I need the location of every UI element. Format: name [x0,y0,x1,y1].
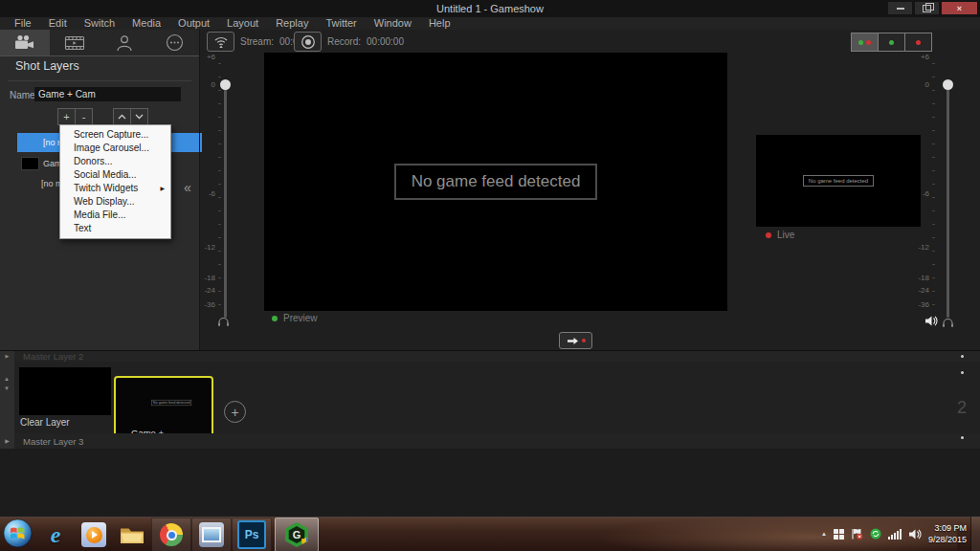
person-icon [115,34,134,52]
move-layer-up-button[interactable] [113,108,131,125]
master-layer-2-header[interactable]: ▶ Master Layer 2 [0,351,980,362]
menu-item-media-file[interactable]: Media File... [60,209,170,222]
menu-layout[interactable]: Layout [218,17,267,30]
gameshow-icon: G [284,522,309,547]
transition-button[interactable] [559,332,592,349]
taskbar-photo-viewer[interactable] [191,518,232,551]
transition-red-dot-icon [582,339,586,342]
preview-mode-button[interactable] [878,33,905,52]
windows-start-orb-icon [3,518,33,548]
scroll-down-icon[interactable]: ▼ [4,386,10,391]
meter-scale-label: -36 [198,300,215,309]
submenu-arrow-icon: ▶ [160,182,165,195]
meter-scale-label: -24 [198,286,215,295]
live-pane: No game feed detected [756,135,921,227]
taskbar-chrome[interactable] [151,518,191,551]
menu-twitter[interactable]: Twitter [317,17,365,30]
headphone-icon[interactable] [217,316,230,327]
meter-scale-label: -24 [912,286,929,295]
indicator-dot [961,436,964,439]
preview-volume-track[interactable] [224,84,227,318]
network-signal-icon[interactable] [888,529,902,540]
minimize-icon [897,8,904,10]
speaker-icon[interactable] [924,315,938,327]
tab-media[interactable] [50,30,100,55]
expand-arrow-icon[interactable]: ▶ [0,433,14,449]
minimize-button[interactable] [888,2,912,14]
layer-buttons: + - [57,108,148,125]
show-desktop-button[interactable] [970,517,980,551]
menu-file[interactable]: File [6,17,40,30]
move-layer-down-button[interactable] [130,108,148,125]
remove-layer-label: - [82,111,86,122]
meter-scale-label: -6 [912,189,929,198]
record-time: 00:00:00 [367,36,404,47]
menu-item-text[interactable]: Text [60,222,170,235]
menu-item-label: Image Carousel... [74,143,149,153]
tray-update-icon[interactable] [870,528,881,540]
remove-layer-button[interactable]: - [75,108,93,125]
stream-button[interactable] [207,32,234,52]
tab-more[interactable] [149,30,199,55]
menu-edit[interactable]: Edit [40,17,76,30]
start-button[interactable] [3,518,33,551]
restore-button[interactable] [915,2,939,14]
show-hidden-icons-button[interactable]: ▲ [821,531,827,537]
menu-help[interactable]: Help [420,17,459,30]
layer-2-thumbnail [21,157,39,170]
clear-layer-shot[interactable]: Clear Layer [19,367,111,427]
restore-icon [923,5,931,12]
taskbar-internet-explorer[interactable]: e [36,518,75,551]
live-mode-button[interactable] [904,33,932,52]
tab-guests[interactable] [100,30,149,55]
preview-volume-handle[interactable] [220,79,231,90]
record-icon [301,34,316,50]
layer-name-input[interactable] [34,87,181,101]
expand-arrow-icon[interactable]: ▶ [0,351,14,362]
headphone-icon[interactable] [942,317,954,328]
menu-item-donors[interactable]: Donors... [60,155,170,168]
master-layer-3-header[interactable]: ▶ Master Layer 3 [0,433,980,449]
taskbar-gameshow-active[interactable]: G [275,518,319,551]
shot-bin: ▶ Master Layer 2 ▲ ▼ Clear Layer No game… [0,350,980,518]
menu-item-social-media[interactable]: Social Media... [60,168,170,182]
close-button[interactable]: × [942,2,977,14]
folder-icon [119,524,145,545]
tray-windows-icon[interactable] [834,529,844,540]
collapse-panel-icon[interactable]: « [184,180,191,195]
live-volume-handle[interactable] [943,79,953,90]
arrow-right-icon [567,337,579,345]
record-button[interactable] [294,32,322,52]
taskbar-clock[interactable]: 3:09 PM 9/28/2015 [928,522,967,545]
menu-media[interactable]: Media [123,17,169,30]
photo-viewer-icon [199,522,224,547]
action-center-flag-icon[interactable] [851,528,863,540]
preview-green-dot-icon [272,316,278,321]
tab-shots[interactable] [0,30,50,55]
taskbar-media-player[interactable] [75,518,113,551]
taskbar-file-explorer[interactable] [113,518,151,551]
red-dot-icon [866,40,871,45]
meter-scale-label: +6 [912,53,929,61]
menu-item-label: Donors... [74,156,113,166]
taskbar-photoshop[interactable]: Ps [232,518,272,551]
menu-item-screen-capture[interactable]: Screen Capture... [60,128,170,142]
add-layer-button[interactable]: + [57,108,76,125]
tray-volume-icon[interactable] [908,528,922,540]
stream-label: Stream: [240,36,274,47]
menu-item-image-carousel[interactable]: Image Carousel... [60,142,170,155]
panel-tabs [0,30,199,56]
preview-and-live-mode-button[interactable] [851,33,879,52]
menu-item-twitch-widgets[interactable]: Twitch Widgets▶ [60,182,170,195]
live-volume-track[interactable] [947,84,949,318]
menu-output[interactable]: Output [169,17,218,30]
add-layer-label: + [63,111,69,122]
menu-replay[interactable]: Replay [267,17,317,30]
menu-window[interactable]: Window [366,17,420,30]
menu-switch[interactable]: Switch [76,17,123,30]
scroll-up-icon[interactable]: ▲ [4,376,10,382]
add-shot-button[interactable]: + [224,401,246,423]
menu-item-label: Text [74,223,91,233]
title-bar[interactable]: Untitled 1 - Gameshow [0,0,980,17]
menu-item-web-display[interactable]: Web Display... [60,195,170,209]
